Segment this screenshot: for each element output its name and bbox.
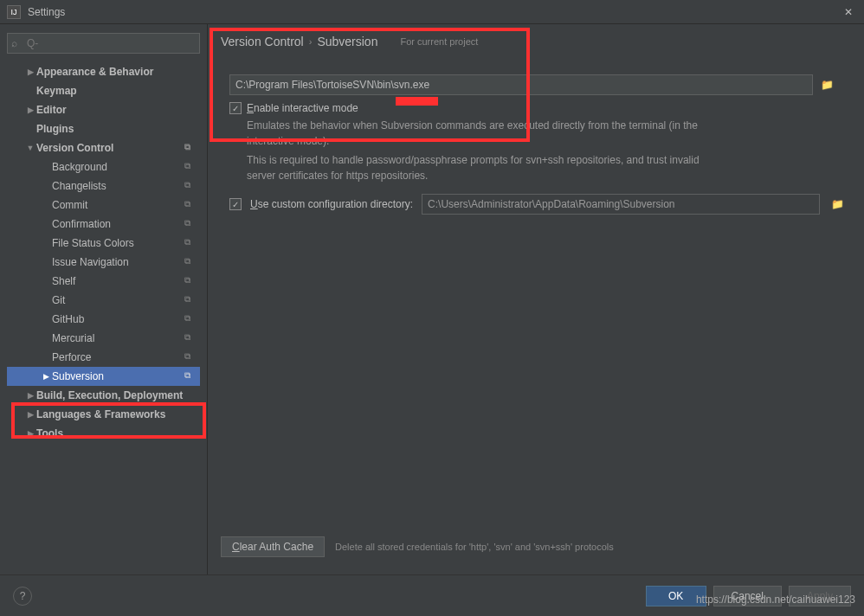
chevron-right-icon: ▶ <box>24 105 36 115</box>
project-badge: For current project <box>400 36 478 47</box>
window-title: Settings <box>28 6 840 18</box>
copy-icon: ⧉ <box>184 332 197 344</box>
sidebar-item-label: Tools <box>36 427 197 440</box>
nav-arrow-spacer <box>40 295 52 305</box>
sidebar-item-mercurial[interactable]: Mercurial⧉ <box>7 329 200 348</box>
chevron-right-icon: ▶ <box>24 390 36 401</box>
sidebar-item-git[interactable]: Git⧉ <box>7 291 200 310</box>
config-dir-input[interactable] <box>422 194 820 215</box>
nav-arrow-spacer <box>40 276 52 286</box>
config-dir-row: Use custom configuration directory: 📁 <box>229 194 851 215</box>
search-icon: ⌕ <box>11 37 17 49</box>
nav-arrow-spacer <box>40 181 52 191</box>
bottom-actions: Clear Auth Cache Delete all stored crede… <box>221 536 851 566</box>
sidebar-item-label: Background <box>52 161 184 173</box>
chevron-right-icon: ▶ <box>24 428 36 439</box>
close-icon[interactable]: ✕ <box>840 3 857 21</box>
clear-cache-desc: Delete all stored credentials for 'http'… <box>335 542 614 552</box>
search-input[interactable] <box>7 33 200 54</box>
copy-icon: ⧉ <box>184 313 197 325</box>
annotation-redaction <box>396 97 438 106</box>
help-button[interactable]: ? <box>13 587 32 606</box>
nav-tree: ▶Appearance & BehaviorKeymap▶EditorPlugi… <box>7 62 200 566</box>
nav-arrow-spacer <box>40 162 52 172</box>
nav-arrow-spacer <box>40 352 52 363</box>
nav-arrow-spacer <box>40 257 52 267</box>
nav-arrow-spacer <box>40 333 52 343</box>
sidebar-item-label: Changelists <box>52 180 184 192</box>
copy-icon: ⧉ <box>184 199 197 211</box>
sidebar-item-label: Perforce <box>52 351 184 363</box>
folder-icon[interactable]: 📁 <box>818 76 835 93</box>
sidebar-item-label: Commit <box>52 199 184 211</box>
sidebar-item-keymap[interactable]: Keymap <box>7 81 200 100</box>
sidebar-item-changelists[interactable]: Changelists⧉ <box>7 176 200 196</box>
nav-arrow-spacer <box>40 200 52 210</box>
sidebar-item-label: Issue Navigation <box>52 256 184 268</box>
sidebar-item-appearance-behavior[interactable]: ▶Appearance & Behavior <box>7 62 200 81</box>
chevron-right-icon: › <box>309 36 313 47</box>
enable-interactive-checkbox[interactable] <box>229 102 242 114</box>
enable-interactive-row: Enable interactive mode <box>229 102 851 114</box>
sidebar-item-confirmation[interactable]: Confirmation⧉ <box>7 215 200 234</box>
interactive-desc-1: Emulates the behavior when Subversion co… <box>247 118 723 149</box>
nav-arrow-spacer <box>40 219 52 229</box>
folder-icon[interactable]: 📁 <box>829 196 846 213</box>
sidebar-item-version-control[interactable]: ▼Version Control⧉ <box>7 138 200 157</box>
sidebar-item-commit[interactable]: Commit⧉ <box>7 196 200 215</box>
copy-icon: ⧉ <box>184 275 197 287</box>
enable-interactive-label[interactable]: Enable interactive mode <box>247 102 358 114</box>
copy-icon: ⧉ <box>184 351 197 363</box>
app-icon: IJ <box>7 5 21 19</box>
nav-arrow-spacer <box>40 238 52 248</box>
nav-arrow-spacer <box>40 314 52 324</box>
sidebar-item-label: Languages & Frameworks <box>36 408 197 420</box>
chevron-down-icon: ▼ <box>24 143 36 153</box>
sidebar-item-editor[interactable]: ▶Editor <box>7 100 200 119</box>
sidebar-item-label: Mercurial <box>52 332 184 344</box>
sidebar-item-plugins[interactable]: Plugins <box>7 119 200 138</box>
sidebar-item-tools[interactable]: ▶Tools <box>7 424 200 443</box>
sidebar-item-label: Git <box>52 294 184 306</box>
chevron-right-icon: ▶ <box>24 67 36 77</box>
sidebar-item-label: Keymap <box>36 85 197 97</box>
sidebar-item-languages-frameworks[interactable]: ▶Languages & Frameworks <box>7 405 200 424</box>
sidebar-item-subversion[interactable]: ▶Subversion⧉ <box>7 367 200 386</box>
copy-icon: ⧉ <box>184 218 197 230</box>
nav-arrow-spacer <box>24 86 36 96</box>
copy-icon: ⧉ <box>184 370 197 382</box>
copy-icon: ⧉ <box>184 142 197 154</box>
sidebar-item-issue-navigation[interactable]: Issue Navigation⧉ <box>7 253 200 272</box>
sidebar-item-label: Build, Execution, Deployment <box>36 389 197 401</box>
copy-icon: ⧉ <box>184 294 197 306</box>
search-box: ⌕ <box>7 33 200 54</box>
sidebar-item-shelf[interactable]: Shelf⧉ <box>7 272 200 291</box>
sidebar-item-background[interactable]: Background⧉ <box>7 157 200 176</box>
use-custom-config-checkbox[interactable] <box>229 198 242 210</box>
svn-path-row: 📁 <box>229 74 835 95</box>
breadcrumb-part[interactable]: Version Control <box>221 35 304 48</box>
watermark: https://blog.csdn.net/caihuawei123 <box>696 594 855 606</box>
sidebar-item-label: Shelf <box>52 275 184 287</box>
sidebar-item-build-execution-deployment[interactable]: ▶Build, Execution, Deployment <box>7 386 200 405</box>
sidebar-item-file-status-colors[interactable]: File Status Colors⧉ <box>7 234 200 253</box>
sidebar-item-label: Editor <box>36 104 197 116</box>
sidebar-item-label: Plugins <box>36 123 197 135</box>
sidebar-item-perforce[interactable]: Perforce⧉ <box>7 348 200 367</box>
titlebar: IJ Settings ✕ <box>0 0 864 24</box>
nav-arrow-spacer <box>24 124 36 134</box>
svn-path-input[interactable] <box>229 74 813 95</box>
use-custom-config-label[interactable]: Use custom configuration directory: <box>250 198 413 210</box>
sidebar-item-label: Version Control <box>36 142 184 154</box>
copy-icon: ⧉ <box>184 256 197 268</box>
main-panel: Version Control › Subversion For current… <box>208 24 864 574</box>
sidebar-item-label: GitHub <box>52 313 184 325</box>
clear-auth-cache-button[interactable]: Clear Auth Cache <box>221 536 325 557</box>
copy-icon: ⧉ <box>184 161 197 173</box>
breadcrumb-part: Subversion <box>317 35 377 48</box>
sidebar-item-label: Appearance & Behavior <box>36 66 197 78</box>
sidebar-item-label: Confirmation <box>52 218 184 230</box>
copy-icon: ⧉ <box>184 180 197 192</box>
breadcrumb: Version Control › Subversion For current… <box>221 33 851 57</box>
sidebar-item-github[interactable]: GitHub⧉ <box>7 310 200 329</box>
